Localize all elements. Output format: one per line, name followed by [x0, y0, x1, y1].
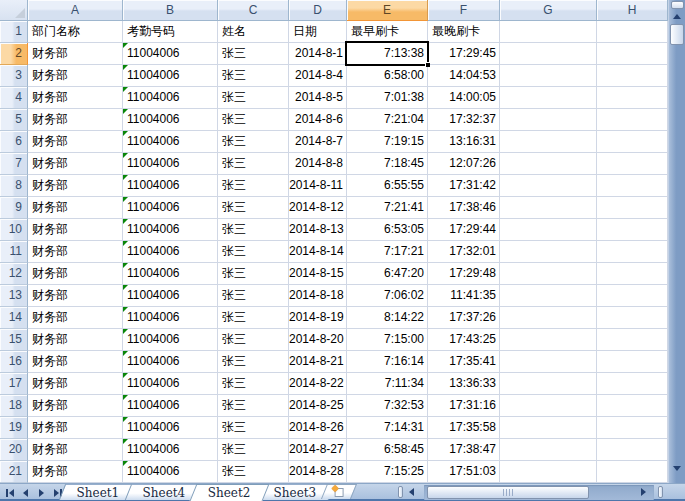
- column-header-D[interactable]: D: [289, 0, 347, 21]
- cell-H18[interactable]: [597, 395, 668, 417]
- cell-C11[interactable]: 张三: [218, 241, 289, 263]
- row-header-12[interactable]: 12: [0, 263, 28, 285]
- row-header-7[interactable]: 7: [0, 153, 28, 175]
- cell-D10[interactable]: 2014-8-13: [289, 219, 347, 241]
- cell-F7[interactable]: 12:07:26: [428, 153, 500, 175]
- cell-B18[interactable]: 11004006: [123, 395, 218, 417]
- cell-F2[interactable]: 17:29:45: [428, 43, 500, 65]
- cell-E2[interactable]: 7:13:38: [347, 43, 428, 65]
- cell-A18[interactable]: 财务部: [28, 395, 123, 417]
- cell-D15[interactable]: 2014-8-20: [289, 329, 347, 351]
- cell-C9[interactable]: 张三: [218, 197, 289, 219]
- cell-B1[interactable]: 考勤号码: [123, 21, 218, 43]
- row-header-18[interactable]: 18: [0, 395, 28, 417]
- row-header-6[interactable]: 6: [0, 131, 28, 153]
- cell-E1[interactable]: 最早刷卡: [347, 21, 428, 43]
- cell-G10[interactable]: [500, 219, 597, 241]
- cell-C18[interactable]: 张三: [218, 395, 289, 417]
- column-header-F[interactable]: F: [428, 0, 500, 21]
- cell-C12[interactable]: 张三: [218, 263, 289, 285]
- cell-D4[interactable]: 2014-8-5: [289, 87, 347, 109]
- cell-H17[interactable]: [597, 373, 668, 395]
- cell-A7[interactable]: 财务部: [28, 153, 123, 175]
- cell-H15[interactable]: [597, 329, 668, 351]
- cell-C1[interactable]: 姓名: [218, 21, 289, 43]
- cell-B4[interactable]: 11004006: [123, 87, 218, 109]
- cell-H7[interactable]: [597, 153, 668, 175]
- cell-E15[interactable]: 7:15:00: [347, 329, 428, 351]
- cell-C19[interactable]: 张三: [218, 417, 289, 439]
- fill-handle[interactable]: [425, 62, 430, 67]
- cell-F20[interactable]: 17:38:47: [428, 439, 500, 461]
- row-header-9[interactable]: 9: [0, 197, 28, 219]
- tab-scrollbar-splitter[interactable]: [398, 486, 403, 498]
- cell-A5[interactable]: 财务部: [28, 109, 123, 131]
- insert-worksheet-tab[interactable]: [321, 484, 357, 499]
- cell-E14[interactable]: 8:14:22: [347, 307, 428, 329]
- cell-C5[interactable]: 张三: [218, 109, 289, 131]
- cell-C16[interactable]: 张三: [218, 351, 289, 373]
- cell-F15[interactable]: 17:43:25: [428, 329, 500, 351]
- row-header-21[interactable]: 21: [0, 461, 28, 483]
- cell-D8[interactable]: 2014-8-11: [289, 175, 347, 197]
- cell-B19[interactable]: 11004006: [123, 417, 218, 439]
- row-header-10[interactable]: 10: [0, 219, 28, 241]
- cell-F3[interactable]: 14:04:53: [428, 65, 500, 87]
- cell-H21[interactable]: [597, 461, 668, 483]
- cell-G18[interactable]: [500, 395, 597, 417]
- cell-C7[interactable]: 张三: [218, 153, 289, 175]
- cell-F16[interactable]: 17:35:41: [428, 351, 500, 373]
- row-header-20[interactable]: 20: [0, 439, 28, 461]
- cell-E13[interactable]: 7:06:02: [347, 285, 428, 307]
- cell-B9[interactable]: 11004006: [123, 197, 218, 219]
- cell-C21[interactable]: 张三: [218, 461, 289, 483]
- cell-H19[interactable]: [597, 417, 668, 439]
- cell-A12[interactable]: 财务部: [28, 263, 123, 285]
- cell-A9[interactable]: 财务部: [28, 197, 123, 219]
- cell-E12[interactable]: 6:47:20: [347, 263, 428, 285]
- cell-B15[interactable]: 11004006: [123, 329, 218, 351]
- cell-F8[interactable]: 17:31:42: [428, 175, 500, 197]
- cell-B12[interactable]: 11004006: [123, 263, 218, 285]
- cell-F18[interactable]: 17:31:16: [428, 395, 500, 417]
- cell-H2[interactable]: [597, 43, 668, 65]
- cell-G4[interactable]: [500, 87, 597, 109]
- cell-E6[interactable]: 7:19:15: [347, 131, 428, 153]
- column-header-B[interactable]: B: [123, 0, 218, 21]
- cell-F5[interactable]: 17:32:37: [428, 109, 500, 131]
- cell-G15[interactable]: [500, 329, 597, 351]
- cell-E4[interactable]: 7:01:38: [347, 87, 428, 109]
- cell-B5[interactable]: 11004006: [123, 109, 218, 131]
- cell-A2[interactable]: 财务部: [28, 43, 123, 65]
- cell-C4[interactable]: 张三: [218, 87, 289, 109]
- select-all-corner[interactable]: [0, 0, 28, 21]
- cell-G7[interactable]: [500, 153, 597, 175]
- cell-F6[interactable]: 13:16:31: [428, 131, 500, 153]
- cell-G21[interactable]: [500, 461, 597, 483]
- row-header-14[interactable]: 14: [0, 307, 28, 329]
- scroll-up-icon[interactable]: [673, 14, 681, 19]
- cell-H3[interactable]: [597, 65, 668, 87]
- vertical-split-box[interactable]: [671, 1, 684, 9]
- row-header-17[interactable]: 17: [0, 373, 28, 395]
- cell-D16[interactable]: 2014-8-21: [289, 351, 347, 373]
- cell-D6[interactable]: 2014-8-7: [289, 131, 347, 153]
- cell-C17[interactable]: 张三: [218, 373, 289, 395]
- cell-E20[interactable]: 6:58:45: [347, 439, 428, 461]
- cell-H10[interactable]: [597, 219, 668, 241]
- cell-G20[interactable]: [500, 439, 597, 461]
- cell-B10[interactable]: 11004006: [123, 219, 218, 241]
- cell-D21[interactable]: 2014-8-28: [289, 461, 347, 483]
- column-header-E[interactable]: E: [347, 0, 428, 21]
- cell-G12[interactable]: [500, 263, 597, 285]
- cell-F12[interactable]: 17:29:48: [428, 263, 500, 285]
- cell-F14[interactable]: 17:37:26: [428, 307, 500, 329]
- cell-D18[interactable]: 2014-8-25: [289, 395, 347, 417]
- cell-F21[interactable]: 17:51:03: [428, 461, 500, 483]
- cell-H8[interactable]: [597, 175, 668, 197]
- cell-E11[interactable]: 7:17:21: [347, 241, 428, 263]
- cell-B17[interactable]: 11004006: [123, 373, 218, 395]
- cell-F10[interactable]: 17:29:44: [428, 219, 500, 241]
- row-header-5[interactable]: 5: [0, 109, 28, 131]
- cell-H1[interactable]: [597, 21, 668, 43]
